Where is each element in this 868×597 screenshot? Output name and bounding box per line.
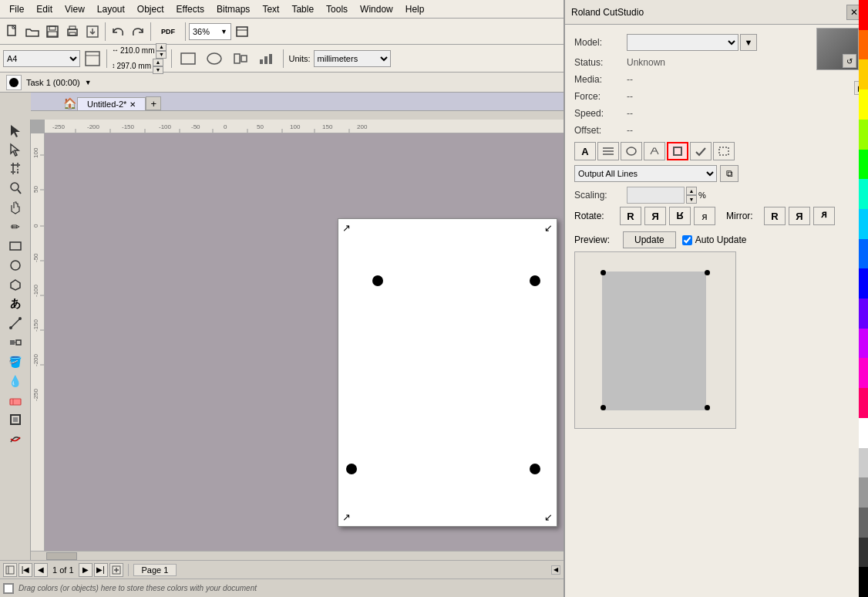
update-button[interactable]: Update (623, 231, 676, 248)
scaling-up[interactable]: ▲ (686, 187, 697, 195)
menu-object[interactable]: Object (131, 2, 170, 16)
zoom-dropdown-arrow[interactable]: ▼ (220, 28, 227, 35)
home-tab[interactable]: 🏠 (62, 96, 77, 110)
chart-tool[interactable] (255, 49, 278, 68)
model-dropdown-btn[interactable]: ▼ (740, 34, 757, 51)
mirror-v[interactable]: ᴚ (813, 207, 835, 225)
menu-layout[interactable]: Layout (91, 2, 131, 16)
menu-file[interactable]: File (3, 2, 30, 16)
print-button[interactable] (63, 22, 82, 41)
thumbnail-refresh[interactable]: ↺ (843, 54, 856, 68)
export-pdf-button[interactable]: PDF (154, 22, 182, 41)
connector-tool[interactable] (5, 314, 26, 332)
color-swatch[interactable] (859, 59, 868, 89)
last-page-btn[interactable]: ▶| (94, 563, 108, 577)
color-swatch[interactable] (859, 358, 868, 388)
menu-effects[interactable]: Effects (170, 2, 210, 16)
color-swatch[interactable] (859, 388, 868, 418)
color-swatch[interactable] (859, 538, 868, 568)
output-check-btn[interactable] (690, 142, 712, 160)
rotate-270[interactable]: я (694, 207, 715, 225)
page-tab-label[interactable]: Page 1 (133, 564, 177, 576)
menu-bitmaps[interactable]: Bitmaps (210, 2, 256, 16)
rotate-180[interactable]: Я (669, 207, 691, 225)
zoom-fullscreen[interactable] (233, 22, 251, 41)
page-settings-button[interactable] (83, 49, 102, 68)
output-contour-btn[interactable] (621, 142, 642, 160)
color-swatch[interactable] (859, 150, 868, 180)
color-swatch[interactable] (859, 179, 868, 209)
height-up[interactable]: ▲ (153, 59, 163, 66)
h-scrollbar[interactable] (31, 551, 564, 560)
color-swatch[interactable] (859, 30, 868, 60)
hand-tool[interactable] (5, 198, 26, 217)
color-swatch[interactable] (859, 418, 868, 448)
menu-table[interactable]: Table (285, 2, 320, 16)
ellipse-tool[interactable] (203, 49, 226, 68)
select-tool[interactable] (5, 121, 26, 140)
width-up[interactable]: ▲ (156, 43, 167, 51)
menu-help[interactable]: Help (399, 2, 431, 16)
mirror-h[interactable]: Я (789, 207, 810, 225)
color-swatch[interactable] (859, 298, 868, 329)
eraser-tool[interactable] (5, 391, 26, 410)
color-swatch[interactable] (859, 89, 868, 120)
zoom-tool[interactable] (5, 179, 26, 197)
next-page-btn[interactable]: ▶ (79, 563, 93, 577)
add-page-btn[interactable] (109, 563, 123, 577)
align-tool[interactable] (229, 49, 252, 68)
height-down[interactable]: ▼ (153, 66, 163, 74)
scroll-arrow-left[interactable]: ◀ (551, 565, 560, 575)
distort-tool[interactable] (5, 430, 26, 448)
color-swatch[interactable] (859, 477, 868, 508)
pencil-tool[interactable]: ✏ (5, 218, 26, 236)
color-swatch[interactable] (859, 0, 868, 30)
auto-update-checkbox[interactable] (682, 235, 692, 245)
output-lines-btn[interactable] (597, 142, 619, 160)
text-tool[interactable]: あ (5, 295, 26, 313)
polygon-tool[interactable] (5, 275, 26, 294)
undo-button[interactable] (109, 22, 127, 41)
no-color-swatch[interactable] (3, 583, 14, 594)
width-down[interactable]: ▼ (156, 51, 167, 59)
open-button[interactable] (23, 22, 42, 41)
workspace[interactable]: -250 -200 -150 -100 -50 0 50 100 150 200… (31, 120, 564, 560)
scaling-down[interactable]: ▼ (686, 195, 697, 204)
units-select[interactable]: millimeters (314, 50, 391, 67)
menu-view[interactable]: View (59, 2, 91, 16)
task-label[interactable]: Task 1 (00:00) (26, 78, 80, 87)
new-button[interactable] (3, 22, 22, 41)
active-tab[interactable]: Untitled-2* ✕ (77, 97, 146, 110)
first-page-btn[interactable]: |◀ (19, 563, 32, 577)
rotate-0[interactable]: R (620, 207, 641, 225)
color-swatch[interactable] (859, 448, 868, 478)
import-button[interactable] (83, 22, 102, 41)
page-nav-icon[interactable] (3, 563, 17, 577)
eyedropper-tool[interactable]: 💧 (5, 372, 26, 390)
zoom-control[interactable]: 36% ▼ (189, 23, 231, 40)
copy-settings-btn[interactable]: ⧉ (720, 165, 738, 182)
outline-tool[interactable] (5, 410, 26, 429)
model-select[interactable] (627, 34, 738, 51)
prev-page-btn[interactable]: ◀ (34, 563, 48, 577)
add-tab-button[interactable]: + (146, 96, 161, 110)
crop-tool[interactable] (5, 160, 26, 178)
color-swatch[interactable] (859, 567, 868, 597)
canvas-area[interactable]: ↗ ↙ ↗ ↙ (45, 133, 564, 551)
color-swatch[interactable] (859, 120, 868, 150)
output-select[interactable]: Output All Lines (574, 165, 717, 182)
page-size-select[interactable]: A4 (3, 50, 80, 67)
menu-window[interactable]: Window (354, 2, 399, 16)
close-tab-icon[interactable]: ✕ (130, 100, 136, 109)
save-button[interactable] (43, 22, 62, 41)
scaling-input[interactable]: 100 (627, 187, 685, 204)
output-pen-btn[interactable] (644, 142, 665, 160)
node-tool[interactable] (5, 140, 26, 159)
h-scroll-thumb[interactable] (46, 552, 77, 560)
color-swatch[interactable] (859, 329, 868, 359)
output-square-btn[interactable] (667, 142, 688, 160)
menu-tools[interactable]: Tools (320, 2, 354, 16)
output-dashed-btn[interactable] (713, 142, 735, 160)
menu-edit[interactable]: Edit (30, 2, 59, 16)
rotate-90[interactable]: R (644, 207, 666, 225)
